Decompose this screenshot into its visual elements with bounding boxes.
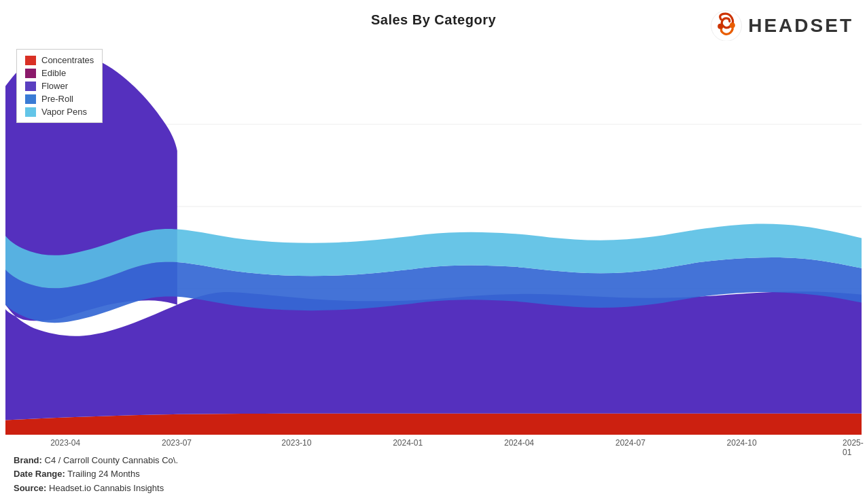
legend-color-vaporpens — [25, 107, 36, 117]
legend-color-edible — [25, 69, 36, 78]
legend-item-vaporpens: Vapor Pens — [25, 107, 94, 117]
footer-brand-label: Brand: — [14, 455, 42, 465]
legend-label-edible: Edible — [41, 68, 66, 78]
page-container: HEADSET Sales By Category Concentrates E… — [0, 0, 867, 504]
legend-item-edible: Edible — [25, 68, 94, 78]
footer-source-label: Source: — [14, 483, 46, 493]
legend-item-preroll: Pre-Roll — [25, 94, 94, 104]
svg-point-2 — [730, 22, 735, 28]
legend-label-flower: Flower — [41, 81, 68, 91]
definitive-chart — [5, 42, 862, 453]
x-label-2023-07: 2023-07 — [162, 438, 192, 448]
footer-info: Brand: C4 / Carroll County Cannabis Co\.… — [14, 454, 178, 496]
legend-color-preroll — [25, 94, 36, 104]
legend-color-concentrates — [25, 56, 36, 65]
x-label-2024-01: 2024-01 — [393, 438, 423, 448]
footer-brand-value: C4 / Carroll County Cannabis Co\. — [45, 455, 179, 465]
legend-label-preroll: Pre-Roll — [41, 94, 73, 104]
legend-label-concentrates: Concentrates — [41, 55, 94, 65]
legend-item-concentrates: Concentrates — [25, 55, 94, 65]
x-label-2023-04: 2023-04 — [50, 438, 80, 448]
chart-legend: Concentrates Edible Flower Pre-Roll Vapo… — [16, 49, 103, 123]
logo-text: HEADSET — [748, 15, 853, 37]
footer-daterange: Date Range: Trailing 24 Months — [14, 467, 178, 482]
footer-source-value: Headset.io Cannabis Insights — [49, 483, 164, 493]
legend-item-flower: Flower — [25, 81, 94, 91]
x-label-2024-04: 2024-04 — [504, 438, 534, 448]
footer-brand: Brand: C4 / Carroll County Cannabis Co\. — [14, 454, 178, 468]
footer-daterange-value: Trailing 24 Months — [67, 469, 139, 479]
footer-daterange-label: Date Range: — [14, 469, 65, 479]
footer-source: Source: Headset.io Cannabis Insights — [14, 482, 178, 496]
svg-point-1 — [718, 24, 723, 29]
legend-label-vaporpens: Vapor Pens — [41, 107, 87, 117]
x-label-2025-01: 2025-01 — [843, 438, 864, 457]
headset-logo-icon — [710, 10, 743, 42]
x-label-2024-07: 2024-07 — [616, 438, 645, 448]
x-label-2024-10: 2024-10 — [727, 438, 757, 448]
header-logo: HEADSET — [710, 10, 853, 42]
legend-color-flower — [25, 82, 36, 91]
x-label-2023-10: 2023-10 — [281, 438, 311, 448]
svg-point-0 — [711, 11, 742, 41]
